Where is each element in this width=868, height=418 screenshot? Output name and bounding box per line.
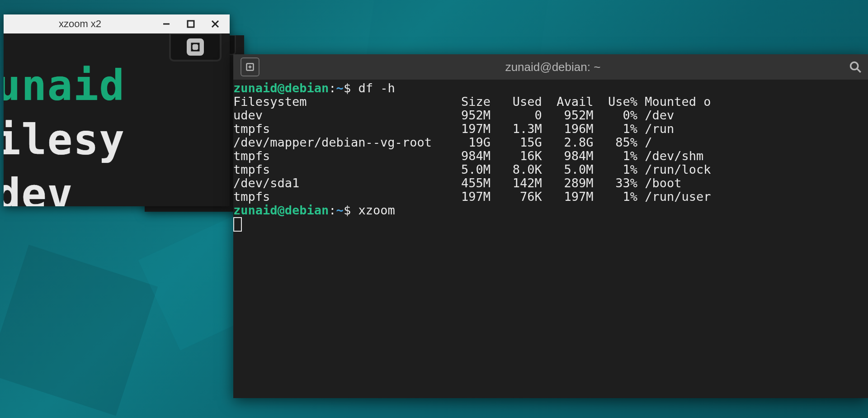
- terminal-headerbar[interactable]: zunaid@debian: ~: [233, 54, 868, 80]
- terminal-title: zunaid@debian: ~: [259, 60, 846, 74]
- wallpaper-shape: [0, 245, 158, 416]
- xzoom-window-title: xzoom x2: [13, 18, 147, 30]
- svg-line-14: [857, 69, 861, 72]
- xzoom-titlebar[interactable]: xzoom x2: [4, 14, 230, 33]
- new-tab-button[interactable]: [241, 57, 259, 76]
- search-button[interactable]: [846, 58, 864, 76]
- close-button[interactable]: [210, 19, 221, 29]
- terminal-window[interactable]: zunaid@debian: ~ zunaid@debian:~$ df -h …: [233, 54, 868, 398]
- terminal-output[interactable]: zunaid@debian:~$ df -h Filesystem Size U…: [233, 80, 868, 232]
- magnified-text: unaid: [4, 62, 125, 110]
- magnified-text: ilesy: [4, 116, 125, 164]
- svg-point-13: [851, 62, 858, 70]
- svg-rect-4: [188, 21, 194, 27]
- maximize-button[interactable]: [185, 19, 196, 29]
- magnified-text: dev: [4, 170, 73, 206]
- terminal-cursor: [233, 217, 242, 232]
- xzoom-window[interactable]: xzoom x2 unaid ilesy dev: [4, 14, 230, 206]
- xzoom-viewport[interactable]: unaid ilesy dev: [4, 33, 230, 206]
- minimize-button[interactable]: [161, 19, 172, 29]
- new-tab-icon: [169, 33, 222, 62]
